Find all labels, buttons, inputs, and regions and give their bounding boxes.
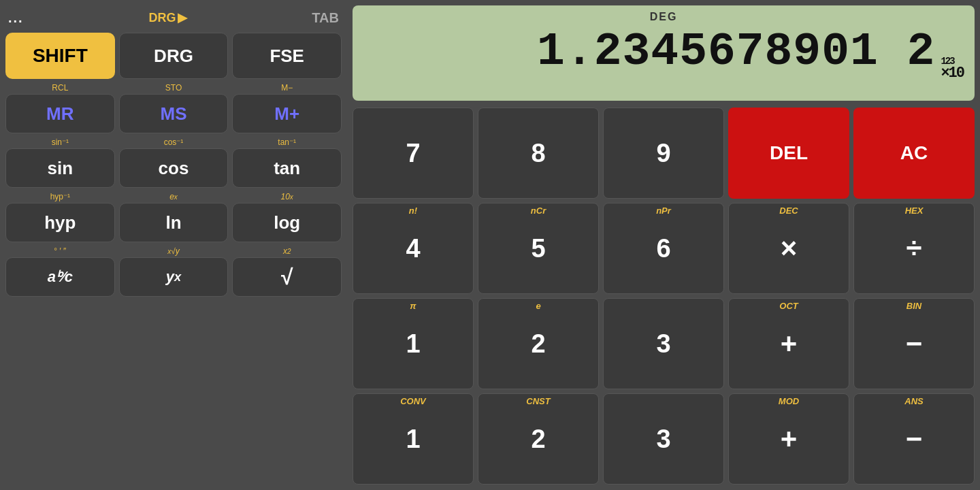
btn-conv[interactable]: CONV 1 [353, 393, 474, 485]
sin-inv-label: sin⁻¹ [5, 136, 115, 148]
btn-plus2-label: + [781, 425, 798, 453]
log-button[interactable]: log [232, 203, 342, 242]
drg-button[interactable]: DRG [119, 33, 229, 79]
shift-button[interactable]: SHIFT [5, 33, 115, 79]
ms-col: STO MS [119, 82, 229, 133]
sqrt-button[interactable]: √ [232, 257, 342, 297]
btn-1[interactable]: π 1 [353, 298, 474, 389]
tan-button[interactable]: tan [232, 148, 342, 188]
btn-5-sublabel: nCr [531, 206, 546, 216]
btn-cnst[interactable]: CNST 2 [478, 393, 599, 485]
drg-indicator: DRG▶ [149, 10, 187, 25]
tan-inv-label: tan⁻¹ [232, 136, 342, 148]
top-btn-row: SHIFT DRG FSE [5, 33, 342, 79]
sto-label: STO [119, 82, 229, 94]
mplus-col: M− M+ [232, 82, 342, 133]
btn-8[interactable]: 8 [478, 108, 599, 199]
btn-plus-label: + [781, 329, 798, 358]
btn-ac-label: AC [900, 144, 928, 163]
btn-5-label: 5 [531, 235, 545, 261]
ln-col: ex ln [119, 191, 229, 242]
btn-6[interactable]: nPr 6 [603, 203, 724, 294]
left-panel: ... DRG▶ TAB SHIFT DRG FSE RCL MR STO MS… [0, 0, 347, 490]
mminus-label: M− [232, 82, 342, 94]
fse-button[interactable]: FSE [232, 33, 342, 79]
rcl-label: RCL [5, 82, 115, 94]
fse-col: FSE [232, 33, 342, 79]
right-panel: DEG 1.2345678901 2 123 ×10 7 8 9 DEL [347, 0, 980, 490]
xsq-label: x2 [232, 245, 342, 257]
tenx-label: 10x [232, 191, 342, 203]
btn-plus[interactable]: OCT + [728, 298, 849, 389]
btn-mod[interactable]: MOD + [728, 393, 849, 485]
btn-conv-label: CONV [400, 396, 426, 406]
log-row: hyp⁻¹ hyp ex ln 10x log [5, 191, 342, 242]
trig-row: sin⁻¹ sin cos⁻¹ cos tan⁻¹ tan [5, 136, 342, 188]
btn-eq[interactable]: 3 [603, 393, 724, 485]
frac-row: ° ′ ″ aᵇ∕c x√y yx x2 √ [5, 245, 342, 297]
abc-col: ° ′ ″ aᵇ∕c [5, 245, 115, 297]
hyp-button[interactable]: hyp [5, 203, 115, 242]
dms-label: ° ′ ″ [5, 245, 115, 257]
btn-bin-label: BIN [906, 301, 921, 311]
mr-button[interactable]: MR [5, 94, 115, 133]
sin-button[interactable]: sin [5, 148, 115, 188]
btn-4-label: 4 [406, 235, 420, 261]
btn-del[interactable]: DEL [728, 108, 849, 199]
btn-dec-label: DEC [779, 206, 798, 216]
mplus-button[interactable]: M+ [232, 94, 342, 133]
btn-9[interactable]: 9 [603, 108, 724, 199]
btn-2[interactable]: e 2 [478, 298, 599, 389]
ms-button[interactable]: MS [119, 94, 229, 133]
cos-col: cos⁻¹ cos [119, 136, 229, 188]
angle-mode: DEG [650, 11, 678, 23]
btn-hex-label: HEX [905, 206, 924, 216]
btn-7[interactable]: 7 [353, 108, 474, 199]
abc-button[interactable]: aᵇ∕c [5, 257, 115, 297]
btn-2-sublabel: e [536, 301, 540, 311]
yx-col: x√y yx [119, 245, 229, 297]
ex-label: ex [119, 191, 229, 203]
btn-minus[interactable]: BIN − [853, 298, 975, 389]
btn-zero-label: 1 [406, 426, 420, 452]
btn-divide[interactable]: HEX ÷ [853, 203, 975, 294]
btn-5[interactable]: nCr 5 [478, 203, 599, 294]
btn-ac[interactable]: AC [853, 108, 975, 199]
display-value: 1.2345678901 2 123 ×10 [537, 25, 964, 81]
btn-oct-label: OCT [779, 301, 798, 311]
btn-8-label: 8 [531, 140, 545, 166]
yx-button[interactable]: yx [119, 257, 229, 297]
cos-button[interactable]: cos [119, 148, 229, 188]
btn-4-sublabel: n! [409, 206, 417, 216]
menu-dots[interactable]: ... [8, 10, 24, 26]
btn-minus-label: − [906, 329, 923, 358]
btn-4[interactable]: n! 4 [353, 203, 474, 294]
shift-col: SHIFT [5, 33, 115, 79]
btn-1-label: 1 [406, 331, 420, 357]
sin-col: sin⁻¹ sin [5, 136, 115, 188]
tab-label: TAB [312, 10, 339, 26]
tan-col: tan⁻¹ tan [232, 136, 342, 188]
hyp-col: hyp⁻¹ hyp [5, 191, 115, 242]
memory-row: RCL MR STO MS M− M+ [5, 82, 342, 133]
display-digits: 1.2345678901 2 [537, 25, 935, 78]
btn-6-label: 6 [656, 235, 670, 261]
btn-ans[interactable]: ANS − [853, 393, 975, 485]
btn-3[interactable]: 3 [603, 298, 724, 389]
btn-cnst-label: CNST [526, 396, 550, 406]
btn-3-label: 3 [656, 331, 670, 357]
btn-multiply-label: × [781, 234, 798, 263]
cos-inv-label: cos⁻¹ [119, 136, 229, 148]
hyp-inv-label: hyp⁻¹ [5, 191, 115, 203]
btn-7-label: 7 [406, 140, 420, 166]
display-exponent: 123 ×10 [941, 56, 964, 81]
btn-9-label: 9 [656, 140, 670, 166]
btn-1-sublabel: π [410, 301, 416, 311]
ln-button[interactable]: ln [119, 203, 229, 242]
btn-dot-label: 2 [531, 426, 545, 452]
btn-mod-label: MOD [779, 396, 799, 406]
btn-multiply[interactable]: DEC × [728, 203, 849, 294]
calculator-display: DEG 1.2345678901 2 123 ×10 [353, 5, 975, 101]
log-col: 10x log [232, 191, 342, 242]
sqrt-col: x2 √ [232, 245, 342, 297]
